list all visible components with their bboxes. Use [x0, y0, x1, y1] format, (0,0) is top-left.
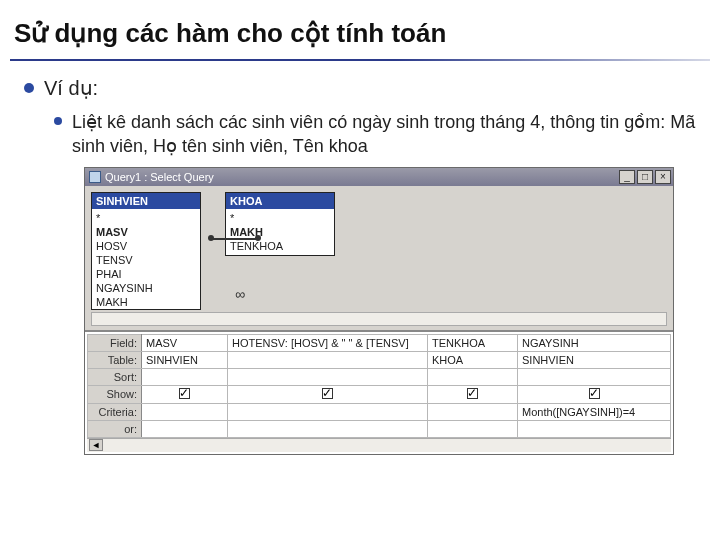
checkbox-icon[interactable] — [322, 388, 333, 399]
grid-cell[interactable] — [142, 385, 228, 403]
slide-title: Sử dụng các hàm cho cột tính toán — [0, 0, 720, 55]
field-item[interactable]: NGAYSINH — [96, 281, 196, 295]
bullet-text: Ví dụ: — [44, 75, 98, 102]
table-title: SINHVIEN — [92, 193, 200, 209]
window-title-text: Query1 : Select Query — [105, 171, 214, 183]
grid-cell[interactable] — [228, 420, 428, 437]
grid-row-show: Show: — [88, 385, 671, 403]
window-titlebar: Query1 : Select Query _ □ × — [85, 168, 673, 186]
field-item[interactable]: HOSV — [96, 239, 196, 253]
row-header: Show: — [88, 385, 142, 403]
checkbox-icon[interactable] — [589, 388, 600, 399]
field-item[interactable]: * — [96, 211, 196, 225]
field-item[interactable]: TENSV — [96, 253, 196, 267]
close-button[interactable]: × — [655, 170, 671, 184]
bullet-sub-text: Liệt kê danh sách các sinh viên có ngày … — [72, 110, 696, 159]
grid-cell[interactable] — [228, 403, 428, 420]
field-item[interactable]: MASV — [96, 225, 196, 239]
table-khoa[interactable]: KHOA * MAKH TENKHOA — [225, 192, 335, 256]
grid-cell[interactable] — [228, 351, 428, 368]
grid-row-or: or: — [88, 420, 671, 437]
grid-cell[interactable]: TENKHOA — [428, 334, 518, 351]
join-endpoint-icon — [255, 235, 261, 241]
grid-cell[interactable] — [428, 385, 518, 403]
horizontal-scrollbar[interactable] — [91, 312, 667, 326]
grid-cell[interactable] — [518, 420, 671, 437]
grid-cell[interactable] — [518, 385, 671, 403]
grid-cell[interactable] — [142, 403, 228, 420]
grid-cell[interactable]: HOTENSV: [HOSV] & " " & [TENSV] — [228, 334, 428, 351]
title-rule — [10, 59, 710, 61]
grid-cell[interactable] — [228, 385, 428, 403]
grid-row-table: Table: SINHVIEN KHOA SINHVIEN — [88, 351, 671, 368]
grid-cell[interactable] — [228, 368, 428, 385]
row-header: Criteria: — [88, 403, 142, 420]
bullet-level1: Ví dụ: — [24, 75, 696, 102]
query-design-window: Query1 : Select Query _ □ × SINHVIEN * M… — [84, 167, 674, 455]
design-grid: Field: MASV HOTENSV: [HOSV] & " " & [TEN… — [85, 331, 673, 454]
row-header: Table: — [88, 351, 142, 368]
table-sinhvien[interactable]: SINHVIEN * MASV HOSV TENSV PHAI NGAYSINH… — [91, 192, 201, 310]
row-header: Sort: — [88, 368, 142, 385]
field-item[interactable]: PHAI — [96, 267, 196, 281]
field-item[interactable]: TENKHOA — [230, 239, 330, 253]
maximize-button[interactable]: □ — [637, 170, 653, 184]
table-title: KHOA — [226, 193, 334, 209]
grid-row-criteria: Criteria: Month([NGAYSINH])=4 — [88, 403, 671, 420]
grid-cell[interactable]: KHOA — [428, 351, 518, 368]
grid-scrollbar[interactable]: ◄ — [87, 438, 671, 452]
bullet-level2: Liệt kê danh sách các sinh viên có ngày … — [54, 110, 696, 159]
checkbox-icon[interactable] — [467, 388, 478, 399]
field-item[interactable]: * — [230, 211, 330, 225]
grid-row-field: Field: MASV HOTENSV: [HOSV] & " " & [TEN… — [88, 334, 671, 351]
grid-cell[interactable] — [428, 403, 518, 420]
bullet-dot-icon — [24, 83, 34, 93]
grid-cell[interactable] — [428, 420, 518, 437]
grid-cell[interactable] — [142, 420, 228, 437]
row-header: Field: — [88, 334, 142, 351]
tables-pane: SINHVIEN * MASV HOSV TENSV PHAI NGAYSINH… — [85, 186, 673, 331]
infinity-icon: ∞ — [235, 286, 245, 302]
row-header: or: — [88, 420, 142, 437]
grid-cell[interactable]: SINHVIEN — [142, 351, 228, 368]
grid-cell[interactable] — [518, 368, 671, 385]
grid-cell[interactable]: NGAYSINH — [518, 334, 671, 351]
window-app-icon — [89, 171, 101, 183]
minimize-button[interactable]: _ — [619, 170, 635, 184]
grid-cell[interactable] — [142, 368, 228, 385]
field-item[interactable]: MAKH — [96, 295, 196, 309]
scroll-left-icon[interactable]: ◄ — [89, 439, 103, 451]
grid-cell[interactable] — [428, 368, 518, 385]
checkbox-icon[interactable] — [179, 388, 190, 399]
grid-cell[interactable]: SINHVIEN — [518, 351, 671, 368]
relationship-line[interactable] — [213, 238, 259, 240]
grid-row-sort: Sort: — [88, 368, 671, 385]
grid-cell[interactable]: Month([NGAYSINH])=4 — [518, 403, 671, 420]
field-item[interactable]: MAKH — [230, 225, 330, 239]
grid-cell[interactable]: MASV — [142, 334, 228, 351]
bullet-dot-icon — [54, 117, 62, 125]
